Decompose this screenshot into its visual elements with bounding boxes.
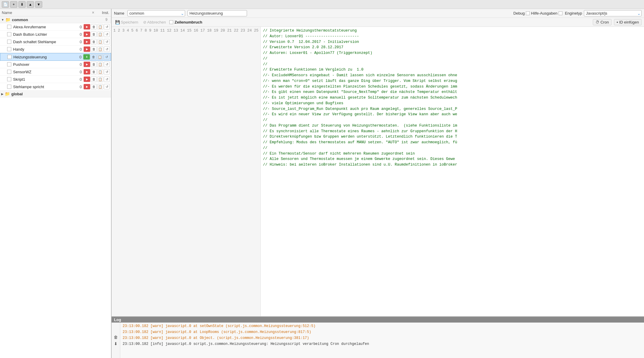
play-btn[interactable]: ▶ [84, 62, 90, 67]
item-actions: ▶ 🗑 📋 ↺ [84, 77, 110, 82]
item-checkbox[interactable] [7, 70, 11, 74]
item-checkbox[interactable] [7, 40, 11, 44]
delete-btn[interactable]: 🗑 [91, 77, 97, 82]
list-item[interactable]: Pushover 0 ▶ 🗑 📋 ↺ [0, 61, 111, 68]
log-content: 🗑 ⬇ 23:13:00.182 [warn] javascript.0 at … [112, 323, 644, 358]
name-label: Name [114, 11, 124, 15]
item-name: Dash Button Lichter [13, 32, 76, 37]
hilfe-label: Hilfe-Ausgaben [531, 11, 557, 15]
copy-btn[interactable]: 📋 [97, 46, 103, 52]
code-content[interactable]: // Integrierte Heizungsthermostatsteueru… [261, 27, 644, 316]
pause-btn[interactable]: ⏸ [83, 54, 90, 60]
list-item[interactable]: SensorWZ 0 ▶ 🗑 📋 ↺ [0, 68, 111, 76]
play-btn[interactable]: ▶ [84, 39, 90, 44]
copy-btn[interactable]: 📋 [97, 62, 103, 67]
item-count: 0 [76, 25, 82, 29]
list-item[interactable]: Skript1 0 ▶ 🗑 📋 ↺ [0, 76, 111, 83]
refresh-btn[interactable]: ↺ [104, 54, 110, 60]
title-input[interactable] [187, 10, 247, 16]
play-btn[interactable]: ▶ [84, 32, 90, 37]
item-name: Dash schaltet Stehlampe [13, 40, 76, 44]
refresh-btn[interactable]: ↺ [104, 32, 110, 37]
delete-btn[interactable]: 🗑 [91, 32, 97, 37]
left-header: Name × Inst. [0, 9, 111, 16]
right-header: Name ⌄ Debug Hilfe-Ausgaben Enginetyp ⌄ [112, 9, 644, 18]
group-common[interactable]: ▼ 📁 common 9 [0, 16, 111, 23]
name-select-input[interactable] [128, 11, 181, 16]
log-line: 23:13:00.182 [warn] javascript.0 at Obje… [120, 335, 644, 341]
refresh-btn[interactable]: ↺ [104, 39, 110, 44]
group-count: 9 [105, 18, 107, 22]
delete-btn[interactable]: 🗑 [91, 69, 97, 74]
save-label: Speichern [121, 20, 138, 24]
copy-btn[interactable]: 📋 [97, 32, 103, 37]
cancel-btn[interactable]: ⊘ Abbrechen [142, 19, 167, 25]
list-item[interactable]: Dash schaltet Stehlampe 0 ▶ 🗑 📋 ↺ [0, 38, 111, 46]
engine-arrow-icon[interactable]: ⌄ [637, 11, 641, 16]
delete-btn[interactable]: 🗑 [90, 54, 96, 60]
list-item-heizung[interactable]: Heizungssteuerung 0 ⏸ 🗑 📋 ↺ [0, 53, 111, 61]
group-global[interactable]: ▶ 📁 global [0, 91, 111, 97]
log-line: 23:13:00.182 [info] javascript.0 script.… [120, 341, 644, 347]
list-item[interactable]: Handy 0 ▶ 🗑 📋 ↺ [0, 46, 111, 53]
log-clear-btn[interactable]: 🗑 [113, 334, 119, 340]
item-checkbox[interactable] [7, 77, 11, 81]
item-checkbox[interactable] [7, 25, 11, 29]
list-item[interactable]: Alexa Anrufername 0 ▶ 🗑 📋 ↺ [0, 23, 111, 31]
log-actions: 🗑 ⬇ [112, 323, 120, 358]
play-btn[interactable]: ▶ [84, 24, 90, 29]
item-checkbox[interactable] [7, 85, 11, 89]
group-name: global [11, 92, 110, 96]
delete-btn[interactable]: 🗑 [91, 24, 97, 29]
id-insert-btn[interactable]: ▪ ID einfügen [614, 19, 642, 25]
hilfe-checkbox[interactable] [559, 11, 562, 15]
refresh-btn[interactable]: ↺ [104, 24, 110, 29]
delete-btn[interactable]: 🗑 [91, 46, 97, 52]
delete-btn[interactable]: 🗑 [91, 84, 97, 89]
refresh-btn[interactable]: ↺ [104, 77, 110, 82]
log-title: Log [114, 317, 121, 322]
refresh-btn[interactable]: ↺ [104, 84, 110, 89]
toolbar-download-btn[interactable]: ⬇ [18, 1, 26, 8]
copy-btn[interactable]: 📋 [97, 77, 103, 82]
folder-icon: 📁 [5, 17, 10, 22]
item-name: Handy [13, 47, 76, 52]
copy-btn[interactable]: 📋 [97, 84, 103, 89]
item-checkbox[interactable] [7, 32, 11, 36]
copy-btn[interactable]: 📋 [97, 54, 103, 60]
zeilenumbruch-checkbox[interactable] [169, 20, 173, 24]
item-checkbox[interactable] [7, 55, 12, 59]
delete-btn[interactable]: 🗑 [91, 62, 97, 67]
toolbar-new-btn[interactable]: 📄 [2, 1, 9, 8]
play-btn[interactable]: ▶ [84, 69, 90, 74]
item-count: 0 [76, 85, 82, 89]
cron-btn[interactable]: ⏱ Cron [593, 19, 612, 25]
log-download-btn[interactable]: ⬇ [113, 341, 119, 346]
toolbar-down-btn[interactable]: ▼ [35, 1, 42, 8]
save-btn[interactable]: 💾 Speichern [114, 19, 140, 25]
copy-btn[interactable]: 📋 [97, 24, 103, 29]
refresh-btn[interactable]: ↺ [104, 69, 110, 74]
item-name: Stehlampe spricht [13, 85, 76, 89]
play-btn[interactable]: ▶ [84, 46, 90, 52]
main-toolbar: 📄 + ⬇ ▲ ▼ [0, 0, 644, 9]
item-actions: ▶ 🗑 📋 ↺ [84, 32, 110, 37]
item-checkbox[interactable] [7, 47, 11, 51]
clear-filter-btn[interactable]: × [91, 10, 96, 15]
toolbar-add-btn[interactable]: + [10, 1, 17, 8]
copy-btn[interactable]: 📋 [97, 39, 103, 44]
list-item[interactable]: Dash Button Lichter 0 ▶ 🗑 📋 ↺ [0, 31, 111, 38]
copy-btn[interactable]: 📋 [97, 69, 103, 74]
refresh-btn[interactable]: ↺ [104, 62, 110, 67]
code-editor[interactable]: 1 2 3 4 5 6 7 8 9 10 11 12 13 14 15 16 1… [112, 27, 644, 316]
delete-btn[interactable]: 🗑 [91, 39, 97, 44]
refresh-btn[interactable]: ↺ [104, 46, 110, 52]
play-btn[interactable]: ▶ [84, 84, 90, 89]
item-checkbox[interactable] [7, 62, 11, 66]
engine-select-input[interactable] [585, 11, 637, 16]
name-select-arrow-icon[interactable]: ⌄ [181, 11, 184, 16]
toolbar-up-btn[interactable]: ▲ [27, 1, 34, 8]
play-btn[interactable]: ▶ [84, 77, 90, 82]
list-item[interactable]: Stehlampe spricht 0 ▶ 🗑 📋 ↺ [0, 83, 111, 91]
debug-checkbox[interactable] [526, 11, 530, 15]
